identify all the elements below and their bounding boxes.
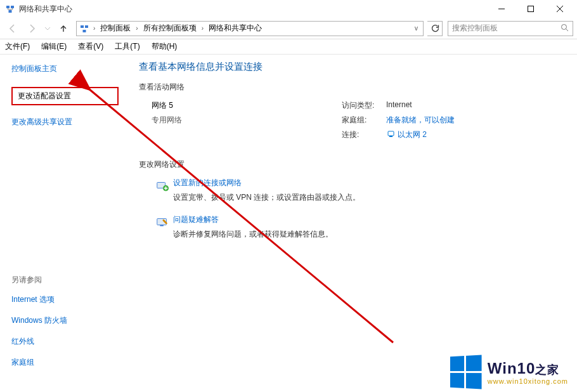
- maximize-button[interactable]: [516, 0, 545, 18]
- content-area: 控制面板主页 更改适配器设置 更改高级共享设置 另请参阅 Internet 选项…: [0, 55, 577, 392]
- main-pane: 查看基本网络信息并设置连接 查看活动网络 网络 5 专用网络 访问类型: Int…: [130, 55, 577, 392]
- watermark-url: www.win10xitong.com: [488, 377, 568, 385]
- windows-logo-icon: [450, 355, 482, 389]
- kv-connection-link[interactable]: 以太网 2: [386, 129, 427, 140]
- svg-rect-0: [6, 6, 10, 8]
- svg-rect-7: [81, 25, 84, 28]
- change-network-settings-label: 更改网络设置: [139, 159, 564, 170]
- menu-file[interactable]: 文件(F): [4, 40, 31, 53]
- page-heading: 查看基本网络信息并设置连接: [139, 61, 564, 73]
- refresh-button[interactable]: [427, 21, 443, 36]
- kv-homegroup-label: 家庭组:: [342, 115, 386, 126]
- menu-tools[interactable]: 工具(T): [113, 40, 141, 53]
- menu-edit[interactable]: 编辑(E): [40, 40, 68, 53]
- watermark: Win10之家 www.win10xitong.com: [449, 356, 568, 388]
- active-networks-label: 查看活动网络: [139, 82, 564, 93]
- titlebar: 网络和共享中心: [0, 0, 577, 18]
- svg-line-11: [566, 29, 569, 31]
- back-button[interactable]: [4, 20, 22, 37]
- svg-rect-9: [83, 30, 86, 32]
- active-network-block: 网络 5 专用网络 访问类型: Internet 家庭组: 准备就绪，可以创建 …: [152, 100, 564, 144]
- change-adapter-settings-link[interactable]: 更改适配器设置: [11, 87, 119, 105]
- setup-new-connection-link[interactable]: 设置新的连接或网络: [173, 178, 360, 188]
- up-button[interactable]: [55, 20, 72, 37]
- ethernet-icon: [386, 130, 395, 139]
- chevron-right-icon[interactable]: ›: [133, 25, 140, 32]
- svg-rect-12: [388, 131, 394, 136]
- breadcrumb-control-panel[interactable]: 控制面板: [99, 23, 132, 34]
- network-center-icon: [5, 4, 15, 14]
- nav-row: › 控制面板 › 所有控制面板项 › 网络和共享中心 v 搜索控制面板: [0, 18, 577, 39]
- setup-connection-icon: [152, 178, 173, 203]
- see-also-homegroup[interactable]: 家庭组: [11, 357, 119, 368]
- setup-new-connection-desc: 设置宽带、拨号或 VPN 连接；或设置路由器或接入点。: [173, 192, 360, 203]
- menu-help[interactable]: 帮助(H): [150, 40, 179, 53]
- see-also: 另请参阅 Internet 选项 Windows 防火墙 红外线 家庭组: [11, 275, 119, 383]
- chevron-down-icon[interactable]: v: [412, 25, 420, 32]
- svg-rect-13: [389, 136, 392, 137]
- breadcrumb-network-center[interactable]: 网络和共享中心: [207, 23, 263, 34]
- window-title: 网络和共享中心: [19, 4, 487, 15]
- see-also-infrared[interactable]: 红外线: [11, 336, 119, 347]
- kv-access-label: 访问类型:: [342, 100, 386, 111]
- minimize-button[interactable]: [487, 0, 516, 18]
- troubleshoot-link[interactable]: 问题疑难解答: [173, 214, 333, 225]
- see-also-windows-firewall[interactable]: Windows 防火墙: [11, 315, 119, 326]
- change-adapter-settings-label: 更改适配器设置: [18, 91, 71, 100]
- troubleshoot-desc: 诊断并修复网络问题，或者获得疑难解答信息。: [173, 229, 333, 240]
- chevron-right-icon[interactable]: ›: [91, 25, 98, 32]
- kv-connection-label: 连接:: [342, 129, 386, 140]
- svg-rect-2: [9, 10, 12, 13]
- recent-dropdown[interactable]: [42, 20, 53, 37]
- menu-view[interactable]: 查看(V): [77, 40, 105, 53]
- setup-new-connection-block: 设置新的连接或网络 设置宽带、拨号或 VPN 连接；或设置路由器或接入点。: [152, 178, 564, 203]
- search-icon[interactable]: [561, 23, 569, 34]
- left-pane: 控制面板主页 更改适配器设置 更改高级共享设置 另请参阅 Internet 选项…: [0, 55, 130, 392]
- close-button[interactable]: [545, 0, 574, 18]
- address-bar[interactable]: › 控制面板 › 所有控制面板项 › 网络和共享中心 v: [76, 21, 424, 36]
- window-controls: [487, 0, 574, 18]
- breadcrumb-all-items[interactable]: 所有控制面板项: [142, 23, 198, 34]
- network-name: 网络 5: [152, 100, 342, 111]
- kv-connection-value: 以太网 2: [398, 130, 427, 139]
- network-center-icon: [79, 23, 89, 34]
- see-also-internet-options[interactable]: Internet 选项: [11, 294, 119, 305]
- svg-rect-1: [11, 6, 14, 8]
- svg-point-10: [562, 24, 567, 29]
- menubar: 文件(F) 编辑(E) 查看(V) 工具(T) 帮助(H): [0, 39, 577, 55]
- svg-rect-4: [528, 6, 534, 12]
- kv-access-value: Internet: [386, 100, 412, 111]
- control-panel-home-link[interactable]: 控制面板主页: [11, 63, 119, 74]
- search-input[interactable]: 搜索控制面板: [448, 21, 573, 36]
- svg-rect-17: [160, 225, 164, 226]
- troubleshoot-icon: [152, 214, 173, 240]
- chevron-right-icon[interactable]: ›: [199, 25, 206, 32]
- network-type: 专用网络: [152, 115, 342, 126]
- forward-button[interactable]: [23, 20, 41, 37]
- kv-homegroup-link[interactable]: 准备就绪，可以创建: [386, 115, 455, 126]
- change-advanced-sharing-link[interactable]: 更改高级共享设置: [11, 117, 119, 127]
- troubleshoot-block: 问题疑难解答 诊断并修复网络问题，或者获得疑难解答信息。: [152, 214, 564, 240]
- see-also-title: 另请参阅: [11, 275, 119, 285]
- svg-rect-8: [85, 25, 88, 28]
- search-placeholder: 搜索控制面板: [452, 23, 498, 34]
- watermark-brand: Win10之家: [488, 360, 568, 377]
